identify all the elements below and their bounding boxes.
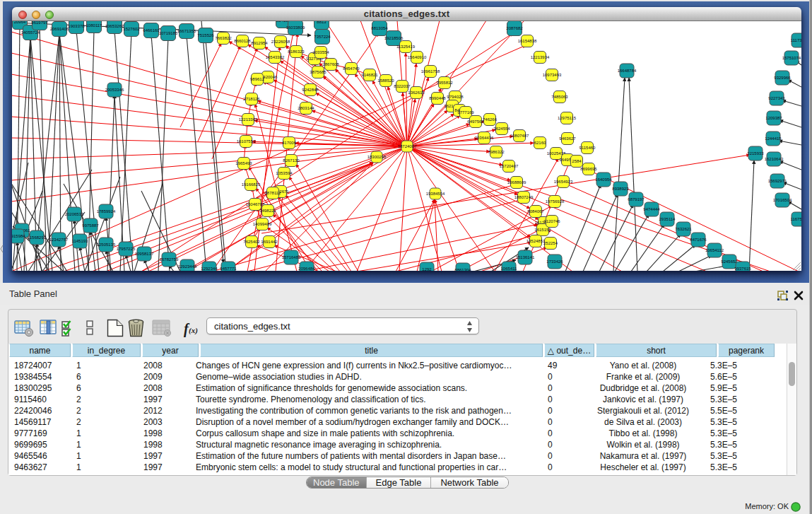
svg-text:14055724: 14055724 <box>21 30 40 35</box>
svg-text:9227343: 9227343 <box>768 96 785 100</box>
svg-text:(x): (x) <box>189 326 198 335</box>
svg-text:16671355: 16671355 <box>177 29 196 33</box>
svg-text:16154838: 16154838 <box>518 39 537 43</box>
svg-text:20691406: 20691406 <box>50 27 69 31</box>
svg-text:16648784: 16648784 <box>618 69 637 73</box>
svg-text:6879197: 6879197 <box>628 197 645 201</box>
svg-text:9120746: 9120746 <box>543 219 560 223</box>
svg-text:8938923: 8938923 <box>612 187 629 191</box>
svg-text:7625402: 7625402 <box>243 240 260 244</box>
svg-text:1615152: 1615152 <box>534 228 551 232</box>
svg-text:8471676: 8471676 <box>690 238 707 242</box>
svg-text:15640910: 15640910 <box>408 55 427 59</box>
svg-text:12923448: 12923448 <box>178 264 197 269</box>
svg-text:19756928: 19756928 <box>546 199 565 204</box>
svg-text:7485063: 7485063 <box>551 95 568 99</box>
svg-text:1903378: 1903378 <box>68 24 85 28</box>
svg-text:2087682: 2087682 <box>506 26 523 30</box>
svg-text:1292344: 1292344 <box>201 267 218 271</box>
svg-text:16543382: 16543382 <box>266 55 285 59</box>
svg-text:9975887: 9975887 <box>82 223 99 228</box>
svg-text:19384554: 19384554 <box>426 192 445 196</box>
svg-text:10653267: 10653267 <box>105 24 124 28</box>
svg-text:18724007: 18724007 <box>398 144 417 148</box>
svg-text:19218506: 19218506 <box>384 36 404 40</box>
svg-text:8813054: 8813054 <box>371 26 388 30</box>
svg-text:15716485: 15716485 <box>282 255 301 259</box>
svg-text:9329966: 9329966 <box>774 76 791 80</box>
svg-text:12505135: 12505135 <box>97 243 116 247</box>
svg-text:746266: 746266 <box>483 117 498 122</box>
svg-text:9937615: 9937615 <box>734 267 751 271</box>
svg-text:11568291: 11568291 <box>28 235 47 240</box>
svg-text:8699695: 8699695 <box>580 167 597 171</box>
svg-text:20964: 20964 <box>14 21 26 24</box>
svg-text:9457771: 9457771 <box>220 267 237 271</box>
svg-text:6466160: 6466160 <box>143 28 160 33</box>
svg-text:18807249: 18807249 <box>514 195 534 199</box>
svg-text:7357224: 7357224 <box>314 35 331 39</box>
svg-text:1292: 1292 <box>422 267 432 271</box>
svg-text:7986322: 7986322 <box>488 150 505 154</box>
svg-text:16210643: 16210643 <box>765 157 784 161</box>
svg-text:8878112: 8878112 <box>265 191 282 195</box>
svg-text:1362615: 1362615 <box>408 90 425 95</box>
svg-text:1080117: 1080117 <box>86 23 103 28</box>
svg-text:15136141: 15136141 <box>516 255 535 259</box>
svg-text:17957225: 17957225 <box>117 247 136 251</box>
svg-text:9115460: 9115460 <box>579 146 596 150</box>
svg-text:8912954: 8912954 <box>251 41 268 45</box>
svg-text:2033554: 2033554 <box>312 50 329 54</box>
svg-text:8861304: 8861304 <box>454 268 471 271</box>
svg-text:11325419: 11325419 <box>396 45 416 49</box>
svg-text:16782759: 16782759 <box>160 257 179 262</box>
svg-text:9474444: 9474444 <box>643 207 660 211</box>
svg-text:3915984: 3915984 <box>12 234 25 238</box>
svg-text:7632621: 7632621 <box>675 227 692 231</box>
svg-text:3875685: 3875685 <box>310 70 326 74</box>
svg-text:9619797: 9619797 <box>31 21 48 25</box>
svg-text:3215933: 3215933 <box>747 151 764 156</box>
svg-text:2935114: 2935114 <box>659 217 676 221</box>
svg-text:1733426: 1733426 <box>546 259 563 264</box>
svg-text:19654923: 19654923 <box>554 180 573 184</box>
svg-text:2867608: 2867608 <box>322 62 339 66</box>
svg-text:16107553: 16107553 <box>237 139 256 144</box>
svg-text:8186323: 8186323 <box>288 49 305 54</box>
svg-text:7663822: 7663822 <box>215 36 232 40</box>
svg-text:1244415: 1244415 <box>765 136 782 141</box>
svg-text:10807487: 10807487 <box>510 134 529 138</box>
svg-text:2584: 2584 <box>572 159 582 163</box>
svg-text:17016504: 17016504 <box>773 198 792 202</box>
svg-text:20053346: 20053346 <box>105 88 124 92</box>
svg-text:8322037: 8322037 <box>394 84 411 88</box>
svg-text:1353594: 1353594 <box>276 171 293 175</box>
svg-text:9777169: 9777169 <box>457 110 474 115</box>
svg-text:15692971: 15692971 <box>768 179 787 183</box>
svg-text:14099489: 14099489 <box>253 222 272 226</box>
svg-text:1588520: 1588520 <box>377 78 394 83</box>
svg-text:10961758: 10961758 <box>421 69 440 74</box>
svg-text:7515526: 7515526 <box>197 33 214 37</box>
svg-text:8660128: 8660128 <box>234 39 251 43</box>
svg-text:7955812: 7955812 <box>436 81 453 85</box>
svg-text:18300295: 18300295 <box>367 155 387 159</box>
svg-text:10958137: 10958137 <box>135 252 154 256</box>
svg-text:1065411: 1065411 <box>501 267 518 271</box>
svg-text:1965493: 1965493 <box>235 161 252 165</box>
svg-text:19166825: 19166825 <box>242 182 261 187</box>
svg-text:10719185: 10719185 <box>159 31 178 35</box>
svg-text:1691442: 1691442 <box>261 240 278 244</box>
svg-text:252254: 252254 <box>543 241 558 245</box>
svg-text:12975115: 12975115 <box>558 116 577 120</box>
svg-text:9084067: 9084067 <box>527 209 544 214</box>
svg-text:23226058: 23226058 <box>271 40 290 44</box>
svg-text:12213934: 12213934 <box>531 55 550 59</box>
svg-text:8813: 8813 <box>317 21 326 24</box>
svg-text:12213363: 12213363 <box>239 117 258 122</box>
svg-text:17859924: 17859924 <box>97 209 116 214</box>
svg-text:9463627: 9463627 <box>559 136 576 141</box>
svg-text:9794028: 9794028 <box>447 95 464 99</box>
svg-text:62160: 62160 <box>534 141 546 145</box>
svg-text:10688609: 10688609 <box>507 180 526 185</box>
